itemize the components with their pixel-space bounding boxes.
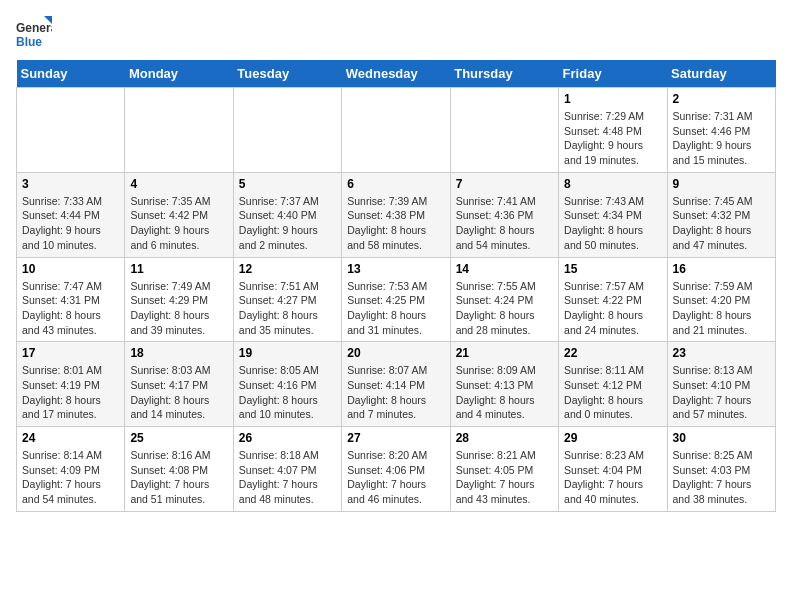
week-row-3: 10Sunrise: 7:47 AM Sunset: 4:31 PM Dayli…: [17, 257, 776, 342]
cell-date: 8: [564, 177, 661, 191]
cell-date: 2: [673, 92, 770, 106]
cell-date: 3: [22, 177, 119, 191]
calendar-cell: 16Sunrise: 7:59 AM Sunset: 4:20 PM Dayli…: [667, 257, 775, 342]
cell-date: 28: [456, 431, 553, 445]
calendar-cell: 4Sunrise: 7:35 AM Sunset: 4:42 PM Daylig…: [125, 172, 233, 257]
cell-info: Sunrise: 8:11 AM Sunset: 4:12 PM Dayligh…: [564, 363, 661, 422]
calendar-table: SundayMondayTuesdayWednesdayThursdayFrid…: [16, 60, 776, 512]
calendar-cell: 29Sunrise: 8:23 AM Sunset: 4:04 PM Dayli…: [559, 427, 667, 512]
cell-info: Sunrise: 8:09 AM Sunset: 4:13 PM Dayligh…: [456, 363, 553, 422]
cell-date: 29: [564, 431, 661, 445]
calendar-cell: 5Sunrise: 7:37 AM Sunset: 4:40 PM Daylig…: [233, 172, 341, 257]
cell-info: Sunrise: 7:49 AM Sunset: 4:29 PM Dayligh…: [130, 279, 227, 338]
calendar-cell: 7Sunrise: 7:41 AM Sunset: 4:36 PM Daylig…: [450, 172, 558, 257]
cell-date: 16: [673, 262, 770, 276]
calendar-cell: 23Sunrise: 8:13 AM Sunset: 4:10 PM Dayli…: [667, 342, 775, 427]
cell-date: 26: [239, 431, 336, 445]
cell-date: 30: [673, 431, 770, 445]
calendar-cell: [450, 88, 558, 173]
svg-text:General: General: [16, 21, 52, 35]
cell-info: Sunrise: 8:03 AM Sunset: 4:17 PM Dayligh…: [130, 363, 227, 422]
cell-info: Sunrise: 7:39 AM Sunset: 4:38 PM Dayligh…: [347, 194, 444, 253]
cell-date: 23: [673, 346, 770, 360]
cell-date: 18: [130, 346, 227, 360]
cell-date: 22: [564, 346, 661, 360]
cell-info: Sunrise: 7:45 AM Sunset: 4:32 PM Dayligh…: [673, 194, 770, 253]
weekday-header-sunday: Sunday: [17, 60, 125, 88]
cell-info: Sunrise: 7:33 AM Sunset: 4:44 PM Dayligh…: [22, 194, 119, 253]
calendar-cell: 20Sunrise: 8:07 AM Sunset: 4:14 PM Dayli…: [342, 342, 450, 427]
cell-date: 4: [130, 177, 227, 191]
logo: General Blue: [16, 16, 52, 52]
calendar-cell: [342, 88, 450, 173]
calendar-cell: 14Sunrise: 7:55 AM Sunset: 4:24 PM Dayli…: [450, 257, 558, 342]
week-row-5: 24Sunrise: 8:14 AM Sunset: 4:09 PM Dayli…: [17, 427, 776, 512]
week-row-1: 1Sunrise: 7:29 AM Sunset: 4:48 PM Daylig…: [17, 88, 776, 173]
cell-info: Sunrise: 7:37 AM Sunset: 4:40 PM Dayligh…: [239, 194, 336, 253]
cell-info: Sunrise: 8:21 AM Sunset: 4:05 PM Dayligh…: [456, 448, 553, 507]
cell-info: Sunrise: 8:05 AM Sunset: 4:16 PM Dayligh…: [239, 363, 336, 422]
calendar-cell: 26Sunrise: 8:18 AM Sunset: 4:07 PM Dayli…: [233, 427, 341, 512]
calendar-cell: 25Sunrise: 8:16 AM Sunset: 4:08 PM Dayli…: [125, 427, 233, 512]
cell-date: 9: [673, 177, 770, 191]
weekday-header-wednesday: Wednesday: [342, 60, 450, 88]
cell-date: 1: [564, 92, 661, 106]
cell-date: 25: [130, 431, 227, 445]
calendar-cell: 9Sunrise: 7:45 AM Sunset: 4:32 PM Daylig…: [667, 172, 775, 257]
calendar-cell: 3Sunrise: 7:33 AM Sunset: 4:44 PM Daylig…: [17, 172, 125, 257]
calendar-cell: 6Sunrise: 7:39 AM Sunset: 4:38 PM Daylig…: [342, 172, 450, 257]
svg-text:Blue: Blue: [16, 35, 42, 49]
cell-date: 24: [22, 431, 119, 445]
cell-info: Sunrise: 8:18 AM Sunset: 4:07 PM Dayligh…: [239, 448, 336, 507]
calendar-cell: 28Sunrise: 8:21 AM Sunset: 4:05 PM Dayli…: [450, 427, 558, 512]
calendar-cell: 24Sunrise: 8:14 AM Sunset: 4:09 PM Dayli…: [17, 427, 125, 512]
calendar-cell: 13Sunrise: 7:53 AM Sunset: 4:25 PM Dayli…: [342, 257, 450, 342]
cell-date: 5: [239, 177, 336, 191]
cell-info: Sunrise: 7:41 AM Sunset: 4:36 PM Dayligh…: [456, 194, 553, 253]
weekday-header-monday: Monday: [125, 60, 233, 88]
cell-date: 15: [564, 262, 661, 276]
calendar-cell: 18Sunrise: 8:03 AM Sunset: 4:17 PM Dayli…: [125, 342, 233, 427]
calendar-cell: 11Sunrise: 7:49 AM Sunset: 4:29 PM Dayli…: [125, 257, 233, 342]
calendar-cell: 22Sunrise: 8:11 AM Sunset: 4:12 PM Dayli…: [559, 342, 667, 427]
cell-info: Sunrise: 7:43 AM Sunset: 4:34 PM Dayligh…: [564, 194, 661, 253]
calendar-cell: 27Sunrise: 8:20 AM Sunset: 4:06 PM Dayli…: [342, 427, 450, 512]
calendar-cell: 19Sunrise: 8:05 AM Sunset: 4:16 PM Dayli…: [233, 342, 341, 427]
calendar-cell: 30Sunrise: 8:25 AM Sunset: 4:03 PM Dayli…: [667, 427, 775, 512]
cell-info: Sunrise: 7:29 AM Sunset: 4:48 PM Dayligh…: [564, 109, 661, 168]
calendar-cell: 10Sunrise: 7:47 AM Sunset: 4:31 PM Dayli…: [17, 257, 125, 342]
weekday-header-saturday: Saturday: [667, 60, 775, 88]
weekday-header-tuesday: Tuesday: [233, 60, 341, 88]
cell-info: Sunrise: 8:01 AM Sunset: 4:19 PM Dayligh…: [22, 363, 119, 422]
cell-info: Sunrise: 8:25 AM Sunset: 4:03 PM Dayligh…: [673, 448, 770, 507]
cell-info: Sunrise: 8:14 AM Sunset: 4:09 PM Dayligh…: [22, 448, 119, 507]
cell-date: 21: [456, 346, 553, 360]
cell-date: 7: [456, 177, 553, 191]
calendar-cell: 2Sunrise: 7:31 AM Sunset: 4:46 PM Daylig…: [667, 88, 775, 173]
cell-info: Sunrise: 8:07 AM Sunset: 4:14 PM Dayligh…: [347, 363, 444, 422]
cell-info: Sunrise: 8:20 AM Sunset: 4:06 PM Dayligh…: [347, 448, 444, 507]
calendar-cell: 8Sunrise: 7:43 AM Sunset: 4:34 PM Daylig…: [559, 172, 667, 257]
cell-date: 19: [239, 346, 336, 360]
calendar-cell: 21Sunrise: 8:09 AM Sunset: 4:13 PM Dayli…: [450, 342, 558, 427]
cell-date: 11: [130, 262, 227, 276]
cell-info: Sunrise: 7:53 AM Sunset: 4:25 PM Dayligh…: [347, 279, 444, 338]
calendar-cell: 12Sunrise: 7:51 AM Sunset: 4:27 PM Dayli…: [233, 257, 341, 342]
weekday-header-thursday: Thursday: [450, 60, 558, 88]
cell-date: 14: [456, 262, 553, 276]
logo-svg: General Blue: [16, 16, 52, 52]
cell-date: 27: [347, 431, 444, 445]
cell-date: 10: [22, 262, 119, 276]
cell-date: 12: [239, 262, 336, 276]
week-row-2: 3Sunrise: 7:33 AM Sunset: 4:44 PM Daylig…: [17, 172, 776, 257]
calendar-cell: 15Sunrise: 7:57 AM Sunset: 4:22 PM Dayli…: [559, 257, 667, 342]
cell-info: Sunrise: 7:31 AM Sunset: 4:46 PM Dayligh…: [673, 109, 770, 168]
calendar-cell: [233, 88, 341, 173]
cell-info: Sunrise: 7:57 AM Sunset: 4:22 PM Dayligh…: [564, 279, 661, 338]
cell-info: Sunrise: 7:35 AM Sunset: 4:42 PM Dayligh…: [130, 194, 227, 253]
cell-info: Sunrise: 7:59 AM Sunset: 4:20 PM Dayligh…: [673, 279, 770, 338]
cell-info: Sunrise: 8:23 AM Sunset: 4:04 PM Dayligh…: [564, 448, 661, 507]
weekday-header-row: SundayMondayTuesdayWednesdayThursdayFrid…: [17, 60, 776, 88]
cell-date: 20: [347, 346, 444, 360]
cell-date: 13: [347, 262, 444, 276]
